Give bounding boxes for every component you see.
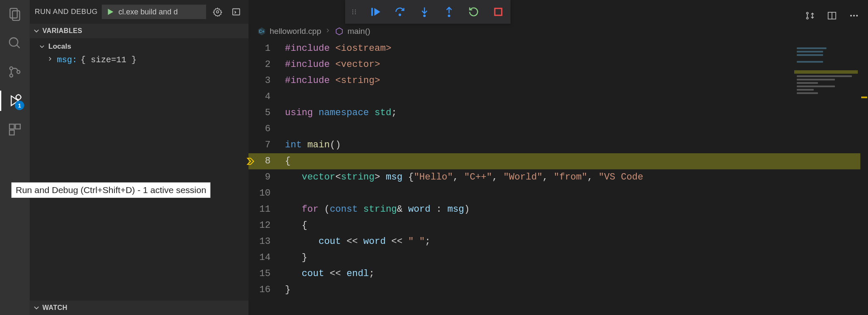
svg-text:C+: C+ bbox=[259, 29, 264, 34]
restart-button[interactable] bbox=[466, 5, 481, 19]
line-number: 14 bbox=[248, 250, 285, 266]
code-line[interactable]: 14 } bbox=[248, 250, 868, 266]
variables-body: Locals msg: { size=11 } bbox=[30, 38, 248, 199]
debug-side-panel: RUN AND DEBUG cl.exe build and d VARIABL… bbox=[30, 0, 248, 315]
stop-button[interactable] bbox=[491, 5, 505, 19]
variable-row[interactable]: msg: { size=11 } bbox=[38, 52, 248, 67]
side-header: RUN AND DEBUG cl.exe build and d bbox=[30, 0, 248, 24]
code-text: #include <string> bbox=[285, 73, 868, 89]
code-line[interactable]: 9 vector<string> msg {"Hello", "C++", "W… bbox=[248, 169, 868, 185]
svg-point-11 bbox=[216, 11, 219, 13]
activity-bar: 1 bbox=[0, 0, 30, 315]
code-line[interactable]: 13 cout << word << " "; bbox=[248, 234, 868, 250]
code-text: { bbox=[285, 153, 868, 169]
locals-header[interactable]: Locals bbox=[38, 41, 248, 52]
svg-rect-12 bbox=[233, 9, 240, 15]
variables-section-header[interactable]: VARIABLES bbox=[30, 24, 248, 38]
search-icon[interactable] bbox=[6, 35, 23, 52]
svg-point-17 bbox=[850, 15, 852, 17]
code-line[interactable]: 5using namespace std; bbox=[248, 105, 868, 121]
svg-point-22 bbox=[352, 11, 353, 12]
svg-point-30 bbox=[423, 14, 426, 17]
code-line[interactable]: 2#include <vector> bbox=[248, 57, 868, 73]
step-into-button[interactable] bbox=[417, 5, 432, 19]
breadcrumb-file: helloworld.cpp bbox=[270, 27, 321, 36]
svg-point-14 bbox=[807, 17, 808, 19]
explorer-icon[interactable] bbox=[6, 6, 23, 23]
watch-label: WATCH bbox=[42, 304, 67, 312]
compare-changes-icon[interactable] bbox=[803, 8, 817, 23]
more-actions-icon[interactable] bbox=[847, 8, 861, 23]
variable-name: msg: bbox=[57, 55, 77, 65]
line-number: 15 bbox=[248, 266, 285, 282]
variables-label: VARIABLES bbox=[42, 27, 82, 35]
code-line[interactable]: 1#include <iostream> bbox=[248, 41, 868, 57]
code-text bbox=[285, 89, 868, 105]
debug-config-select[interactable]: cl.exe build and d bbox=[102, 5, 206, 19]
svg-point-24 bbox=[355, 9, 356, 10]
line-number: 3 bbox=[248, 73, 285, 89]
code-text: cout << word << " "; bbox=[285, 234, 868, 250]
svg-point-7 bbox=[16, 95, 21, 99]
breadcrumb[interactable]: C+ helloworld.cpp main() bbox=[248, 22, 868, 41]
current-line-icon bbox=[246, 157, 255, 166]
start-debug-icon[interactable] bbox=[102, 7, 118, 17]
code-text: #include <vector> bbox=[285, 57, 868, 73]
svg-rect-27 bbox=[371, 8, 373, 16]
svg-point-18 bbox=[853, 15, 855, 17]
code-line[interactable]: 4 bbox=[248, 89, 868, 105]
step-over-button[interactable] bbox=[393, 5, 407, 19]
variable-value: { size=11 } bbox=[81, 55, 137, 65]
svg-rect-9 bbox=[15, 124, 20, 129]
side-title: RUN AND DEBUG bbox=[35, 8, 98, 16]
settings-icon[interactable] bbox=[210, 5, 225, 19]
line-number: 16 bbox=[248, 282, 285, 298]
overview-ruler[interactable] bbox=[860, 46, 868, 315]
code-text: vector<string> msg {"Hello", "C++", "Wor… bbox=[285, 169, 868, 185]
svg-point-21 bbox=[352, 9, 353, 10]
code-line[interactable]: 7int main() bbox=[248, 137, 868, 153]
code-text: cout << endl; bbox=[285, 266, 868, 282]
svg-rect-0 bbox=[10, 8, 17, 18]
line-number: 7 bbox=[248, 137, 285, 153]
svg-point-23 bbox=[352, 13, 353, 14]
watch-section-header[interactable]: WATCH bbox=[30, 301, 248, 315]
code-line[interactable]: 8{ bbox=[248, 153, 868, 169]
debug-toolbar[interactable] bbox=[345, 0, 511, 24]
line-number: 1 bbox=[248, 41, 285, 57]
code-line[interactable]: 3#include <string> bbox=[248, 73, 868, 89]
editor-area: C+ helloworld.cpp main() 1#include <iost… bbox=[248, 0, 868, 315]
continue-button[interactable] bbox=[368, 5, 382, 19]
code-line[interactable]: 11 for (const string& word : msg) bbox=[248, 202, 868, 218]
tooltip: Run and Debug (Ctrl+Shift+D) - 1 active … bbox=[11, 182, 211, 198]
svg-rect-1 bbox=[12, 11, 20, 21]
svg-point-4 bbox=[10, 67, 13, 70]
code-text: int main() bbox=[285, 137, 868, 153]
debug-badge: 1 bbox=[15, 101, 24, 110]
split-editor-icon[interactable] bbox=[825, 8, 839, 23]
run-debug-icon[interactable]: 1 bbox=[6, 92, 23, 109]
code-line[interactable]: 10 bbox=[248, 185, 868, 202]
code-line[interactable]: 15 cout << endl; bbox=[248, 266, 868, 282]
code-editor[interactable]: 1#include <iostream>2#include <vector>3#… bbox=[248, 41, 868, 298]
code-text: for (const string& word : msg) bbox=[285, 202, 868, 218]
step-out-button[interactable] bbox=[442, 5, 456, 19]
svg-point-28 bbox=[399, 14, 401, 16]
debug-config-name: cl.exe build and d bbox=[118, 8, 199, 17]
code-line[interactable]: 6 bbox=[248, 121, 868, 137]
minimap[interactable] bbox=[794, 46, 858, 122]
line-number: 5 bbox=[248, 105, 285, 121]
cpp-file-icon: C+ bbox=[257, 27, 266, 36]
debug-console-icon[interactable] bbox=[229, 5, 243, 19]
drag-handle-icon[interactable] bbox=[350, 8, 358, 16]
line-number: 6 bbox=[248, 121, 285, 137]
svg-point-32 bbox=[448, 14, 450, 17]
code-text bbox=[285, 185, 868, 202]
extensions-icon[interactable] bbox=[6, 121, 23, 138]
code-line[interactable]: 12 { bbox=[248, 218, 868, 234]
line-number: 4 bbox=[248, 89, 285, 105]
code-text: using namespace std; bbox=[285, 105, 868, 121]
source-control-icon[interactable] bbox=[6, 64, 23, 80]
code-line[interactable]: 16} bbox=[248, 282, 868, 298]
symbol-method-icon bbox=[335, 27, 344, 36]
